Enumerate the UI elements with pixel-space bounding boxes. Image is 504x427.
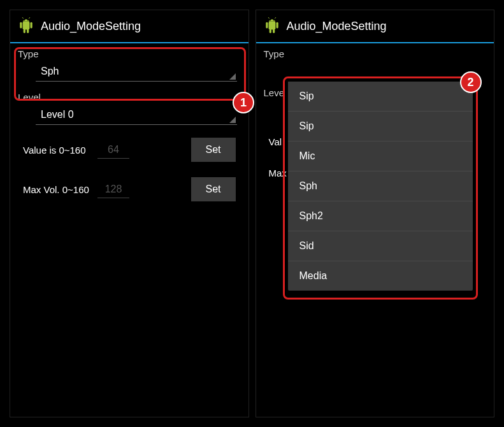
svg-point-15 bbox=[273, 20, 274, 21]
level-spinner[interactable]: Level 0 bbox=[36, 105, 237, 125]
dropdown-item-sid[interactable]: Sid bbox=[288, 231, 473, 261]
svg-line-17 bbox=[275, 17, 276, 18]
value-row: Value is 0~160 64 Set bbox=[10, 130, 248, 170]
svg-rect-11 bbox=[276, 22, 278, 29]
dropdown-item-sph[interactable]: Sph bbox=[288, 171, 473, 201]
svg-rect-3 bbox=[24, 29, 25, 33]
svg-point-6 bbox=[27, 20, 29, 21]
set-maxvol-button[interactable]: Set bbox=[191, 177, 236, 201]
badge-1: 1 bbox=[233, 92, 254, 113]
svg-rect-2 bbox=[30, 22, 32, 29]
dropdown-item-media[interactable]: Media bbox=[288, 261, 473, 291]
type-label: Type bbox=[10, 43, 248, 62]
android-robot-icon bbox=[18, 17, 34, 36]
set-value-button[interactable]: Set bbox=[191, 138, 236, 162]
svg-rect-4 bbox=[27, 29, 29, 33]
type-label: Type bbox=[256, 43, 494, 62]
svg-point-5 bbox=[24, 20, 25, 21]
dropdown-item-mic[interactable]: Mic bbox=[288, 141, 473, 171]
svg-line-16 bbox=[268, 17, 270, 18]
svg-rect-10 bbox=[266, 22, 268, 29]
type-spinner[interactable]: Sph bbox=[36, 62, 237, 82]
type-dropdown: Sip Sip Mic Sph Sph2 Sid Media bbox=[288, 82, 473, 291]
svg-rect-12 bbox=[269, 29, 271, 33]
dropdown-item-sph2[interactable]: Sph2 bbox=[288, 201, 473, 231]
app-title: Audio_ModeSetting bbox=[287, 20, 387, 33]
app-title: Audio_ModeSetting bbox=[41, 20, 141, 33]
maxvol-row: Max Vol. 0~160 128 Set bbox=[10, 170, 248, 209]
svg-rect-9 bbox=[268, 22, 275, 30]
dropdown-item-sip[interactable]: Sip bbox=[288, 112, 473, 141]
svg-rect-13 bbox=[273, 29, 275, 33]
android-robot-icon bbox=[264, 17, 280, 36]
maxvol-label: Max Vol. 0~160 bbox=[23, 184, 90, 195]
badge-2: 2 bbox=[460, 71, 482, 93]
svg-point-14 bbox=[270, 20, 271, 21]
app-header: Audio_ModeSetting bbox=[10, 10, 248, 43]
content-area: Type Sph Level Level 0 Value is 0~160 64… bbox=[10, 43, 248, 209]
dropdown-selected[interactable]: Sip bbox=[288, 82, 473, 112]
app-header: Audio_ModeSetting bbox=[256, 10, 494, 43]
maxvol-input[interactable]: 128 bbox=[97, 181, 129, 198]
level-label: Level bbox=[10, 87, 248, 105]
phone-screen-2: Audio_ModeSetting Type Leve Val Max Sip … bbox=[256, 10, 495, 417]
svg-rect-1 bbox=[20, 22, 22, 29]
svg-line-8 bbox=[29, 17, 30, 18]
svg-line-7 bbox=[22, 17, 24, 18]
value-label: Value is 0~160 bbox=[23, 145, 90, 156]
phone-screen-1: Audio_ModeSetting Type Sph Level Level 0… bbox=[10, 10, 249, 417]
value-input[interactable]: 64 bbox=[97, 141, 129, 159]
svg-rect-0 bbox=[23, 22, 30, 30]
